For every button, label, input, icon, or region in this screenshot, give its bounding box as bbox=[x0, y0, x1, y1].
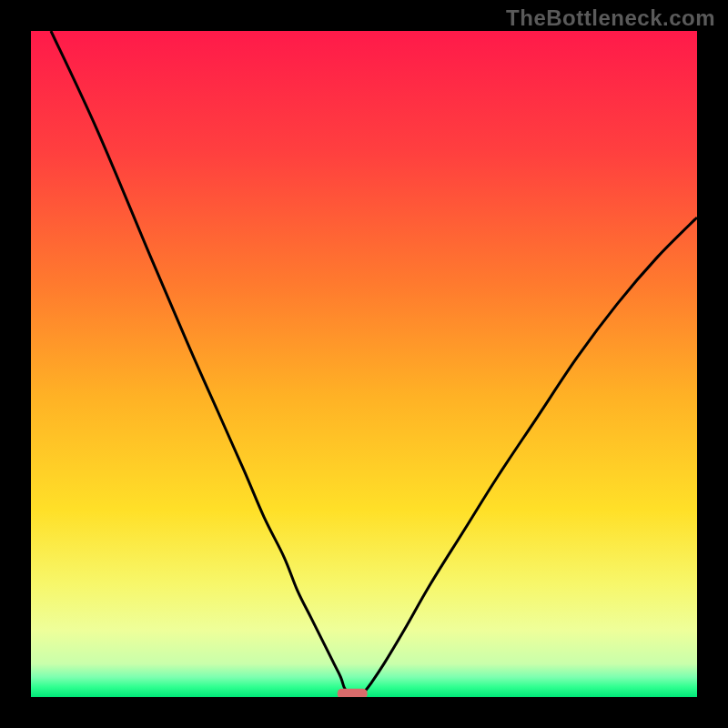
watermark-text: TheBottleneck.com bbox=[506, 5, 715, 31]
gradient-background bbox=[31, 31, 697, 697]
bottleneck-chart bbox=[31, 31, 697, 697]
chart-frame: TheBottleneck.com bbox=[0, 0, 728, 728]
minimum-marker bbox=[338, 689, 368, 697]
